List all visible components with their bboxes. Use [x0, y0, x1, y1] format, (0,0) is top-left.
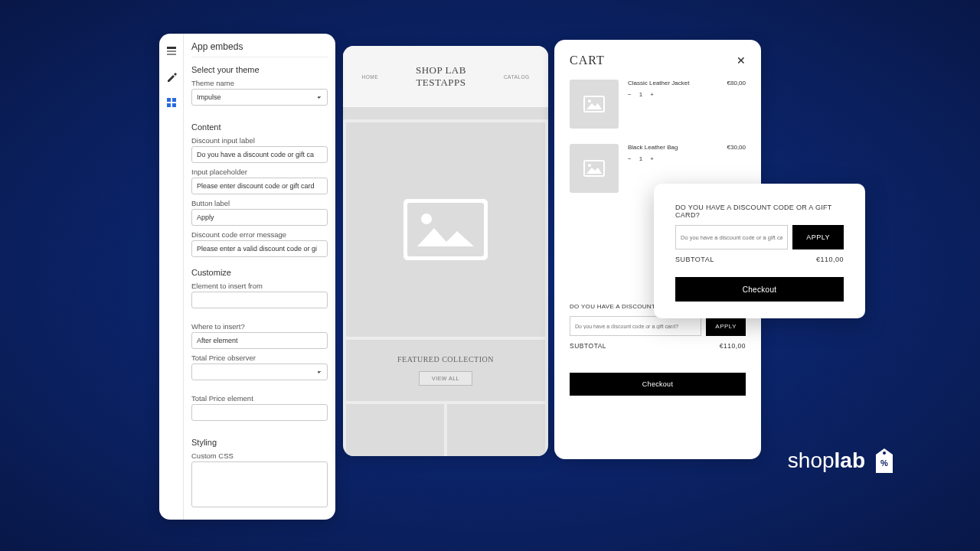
svg-rect-3 [167, 98, 171, 102]
svg-point-8 [421, 214, 432, 224]
image-placeholder-icon [583, 160, 605, 177]
total-price-observer-select[interactable] [191, 364, 328, 380]
admin-icon-rail [159, 34, 184, 520]
sections-icon[interactable] [165, 44, 178, 57]
discount-input[interactable] [675, 225, 788, 249]
discount-error-field[interactable] [191, 240, 328, 257]
apply-button[interactable]: APPLY [706, 316, 746, 336]
svg-point-13 [883, 452, 886, 455]
button-label-label: Button label [191, 199, 328, 207]
input-placeholder-field[interactable] [191, 178, 328, 194]
preview-header: HOME SHOP LAB TESTAPPS CATALOG [343, 46, 548, 107]
store-preview-panel: HOME SHOP LAB TESTAPPS CATALOG FEATURED … [343, 46, 548, 456]
qty-value: 1 [639, 91, 642, 98]
admin-body: App embeds Select your theme Theme name … [184, 34, 335, 520]
svg-rect-4 [172, 98, 176, 102]
qty-stepper[interactable]: − 1 + [628, 91, 746, 98]
featured-title: FEATURED COLLECTION [397, 355, 494, 364]
image-placeholder-icon [583, 96, 605, 112]
svg-rect-5 [167, 103, 171, 107]
admin-settings-panel: App embeds Select your theme Theme name … [159, 34, 335, 520]
announcement-bar [343, 107, 548, 119]
svg-text:%: % [880, 458, 888, 468]
hero-image-placeholder [346, 122, 545, 337]
where-insert-field[interactable] [191, 332, 328, 349]
checkout-button[interactable]: Checkout [570, 373, 746, 396]
customize-heading: Customize [191, 268, 328, 277]
custom-css-label: Custom CSS [191, 452, 328, 460]
button-label-field[interactable] [191, 209, 328, 226]
qty-plus-icon[interactable]: + [650, 91, 654, 98]
cart-item: Classic Leather Jacket − 1 + €80,00 [570, 80, 746, 129]
total-price-element-field[interactable] [191, 404, 328, 421]
qty-stepper[interactable]: − 1 + [628, 155, 746, 162]
image-placeholder-icon [403, 199, 488, 260]
cart-title: CART [570, 54, 605, 67]
product-tile[interactable] [447, 404, 545, 456]
view-all-button[interactable]: VIEW ALL [419, 371, 472, 386]
discount-popover: DO YOU HAVE A DISCOUNT CODE OR A GIFT CA… [654, 184, 865, 318]
discount-label: DO YOU HAVE A DISCOUNT CODE OR A GIFT CA… [675, 204, 844, 219]
styling-heading: Styling [191, 438, 328, 447]
apps-icon[interactable] [165, 96, 178, 109]
subtotal-label: SUBTOTAL [570, 342, 606, 350]
content-heading: Content [191, 122, 328, 132]
svg-rect-2 [167, 54, 176, 55]
svg-point-12 [588, 164, 591, 167]
select-theme-heading: Select your theme [191, 65, 328, 74]
subtotal-value: €110,00 [816, 256, 844, 263]
product-tile[interactable] [346, 404, 444, 456]
checkout-button[interactable]: Checkout [675, 277, 844, 302]
item-thumb [570, 144, 619, 193]
theme-name-label: Theme name [191, 79, 328, 87]
brush-icon[interactable] [165, 70, 178, 83]
element-insert-label: Element to insert from [191, 282, 328, 290]
admin-title: App embeds [191, 41, 328, 57]
svg-rect-1 [167, 51, 176, 52]
discount-input-label-label: Discount input label [191, 136, 328, 145]
item-price: €80,00 [727, 80, 746, 86]
item-price: €30,00 [727, 144, 746, 151]
shoplab-logo: shoplab % [788, 447, 896, 474]
theme-select[interactable]: Impulse [191, 89, 328, 106]
qty-minus-icon[interactable]: − [628, 155, 632, 162]
custom-css-field[interactable] [191, 461, 328, 507]
store-logo: SHOP LAB TESTAPPS [416, 64, 466, 89]
total-price-element-label: Total Price element [191, 394, 328, 403]
close-icon[interactable]: ✕ [737, 54, 746, 67]
discount-input[interactable] [570, 316, 701, 336]
qty-value: 1 [639, 155, 642, 162]
input-placeholder-label: Input placeholder [191, 168, 328, 176]
subtotal-label: SUBTOTAL [675, 256, 714, 263]
subtotal-value: €110,00 [720, 342, 746, 350]
featured-section: FEATURED COLLECTION VIEW ALL [346, 340, 545, 401]
total-price-observer-label: Total Price observer [191, 354, 328, 362]
svg-rect-7 [405, 201, 486, 259]
discount-input-label-field[interactable] [191, 146, 328, 163]
apply-button[interactable]: APPLY [792, 225, 844, 249]
nav-home[interactable]: HOME [361, 74, 378, 80]
nav-catalog[interactable]: CATALOG [504, 74, 530, 80]
item-thumb [570, 80, 619, 129]
product-grid [346, 404, 545, 456]
where-insert-label: Where to insert? [191, 322, 328, 331]
qty-plus-icon[interactable]: + [650, 155, 654, 162]
tag-icon: % [873, 447, 896, 474]
svg-rect-6 [172, 103, 176, 107]
element-insert-field[interactable] [191, 292, 328, 308]
qty-minus-icon[interactable]: − [628, 91, 632, 98]
svg-rect-0 [167, 47, 176, 49]
discount-error-label: Discount code error message [191, 230, 328, 239]
svg-point-10 [588, 99, 591, 103]
